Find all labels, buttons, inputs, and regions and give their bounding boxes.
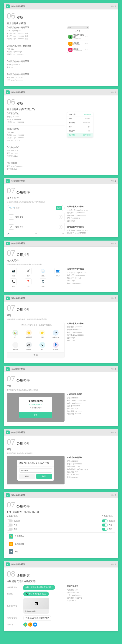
version-07-5: V01.1 bbox=[111, 432, 116, 434]
grid-item-2[interactable]: 📄 文档 bbox=[36, 268, 50, 277]
grid-item-6[interactable]: 🎵 音频 bbox=[36, 278, 50, 288]
toggle-switch-off-1[interactable] bbox=[7, 524, 12, 526]
ui-label-image: 图片消息气泡 bbox=[7, 605, 22, 607]
desc-label-2-4: ④分组标题 bbox=[7, 162, 64, 164]
header-title-07-2: 移动端组件规范 bbox=[11, 242, 25, 245]
section-07-card5: A 移动端组件规范 V01.1 07 公用控件 举题 需要用户输入文本的弹出对话… bbox=[4, 430, 118, 489]
col-left-08: 功能消息气泡 你好！请问有什么可以帮你的吗？ 通话按钮 📞 发起语音Q电话 00… bbox=[7, 585, 64, 628]
action-extra-2[interactable]: ↻ 刷新 bbox=[39, 342, 45, 350]
sub-title-07-3: 举题 bbox=[7, 314, 115, 317]
action-extra-1[interactable]: Aa 调整字体 bbox=[26, 342, 32, 350]
grid-item-3[interactable]: 👥 联系人 bbox=[51, 268, 64, 277]
desc-row-2-3: ③选中态样式 背景: #E8FAF4 文字: #3ECFA0 勾选图标: 12p… bbox=[7, 146, 64, 160]
action-icon-2[interactable]: ⭐ 收藏 bbox=[39, 330, 45, 338]
action-icon-label-1: 收藏到联系 bbox=[26, 336, 32, 338]
grid-item-5[interactable]: 📍 位置 bbox=[22, 278, 35, 288]
toggle-switch-off-0[interactable] bbox=[7, 520, 12, 522]
action-extra-3[interactable]: 👤 查看联系 bbox=[53, 342, 59, 350]
desc-text-2-1c: 分割线: 1px / #EBEBEB bbox=[7, 121, 64, 124]
item-sub-1: 版本更新通知 bbox=[74, 44, 84, 46]
grid-icon-1: 🖼 bbox=[25, 268, 32, 274]
section-header-07-2: A 移动端组件规范 V01.1 bbox=[4, 240, 118, 247]
action-extra-label-1: 调整字体 bbox=[26, 348, 32, 350]
add-control-0[interactable]: ＋ bbox=[59, 215, 62, 219]
sub-desc-07-3: 长按消息弹出的操作菜单，选择不同动作执行对应功能 bbox=[7, 318, 115, 320]
grid-item-0[interactable]: 📷 拍照 bbox=[7, 268, 20, 277]
section-header-08: A 移动端组件规范 V01.1 bbox=[4, 561, 118, 568]
phone-list-item-0: 📱 微信服务号系统通知 系统通知 ·详情 18:30 bbox=[67, 33, 89, 41]
action-extra-0[interactable]: ↔ 更多操作 bbox=[12, 342, 18, 350]
toggle-switch-on-1[interactable] bbox=[102, 524, 108, 526]
desc-row-2-1: ①背景色层次 主背景: #F5F5F5 分组背景: #FFFFFF 分割线: 1… bbox=[7, 112, 64, 126]
section-07-card6: A 移动端组件规范 V01.1 07 公用控件 开关 切换控件，操作反馈示例 关… bbox=[4, 492, 118, 558]
action-cancel[interactable]: 取消 bbox=[7, 352, 64, 358]
title-row-07-6: 07 公用控件 bbox=[7, 501, 115, 509]
section-name-08: 通用图素 bbox=[16, 574, 30, 578]
dialog-item-0[interactable]: 所用书的提词内 ✓ bbox=[21, 404, 50, 406]
action-sheet-icons-row1: 📊 统计 ⭐ 收藏到联系 ⭐ 收藏 ↩ 转发给 bbox=[7, 328, 64, 340]
grid-item-1[interactable]: 🖼 图片 bbox=[22, 268, 35, 277]
header-logo-07-5: A bbox=[6, 430, 10, 434]
title-row-07-2: 07 公用控件 bbox=[7, 249, 115, 257]
search-bar[interactable]: 🔍 🔍 搜索 搜索 bbox=[7, 205, 64, 211]
voice-icon: ⊙ bbox=[9, 224, 14, 230]
input-confirm-btn[interactable]: 取消 bbox=[36, 474, 52, 479]
right-note-0: 公用搜索人文字搜索 占位符文字: 14px/#C7C7CC 输入文字: 14px… bbox=[67, 205, 115, 222]
grid-label-4: 电话 bbox=[12, 286, 15, 288]
dropdown-label-0: 频道 bbox=[69, 118, 72, 120]
dropdown-header-label: 选择分类 bbox=[69, 113, 76, 116]
input-dialog-btns: 确定 取消 bbox=[19, 474, 52, 479]
toggle-label-off-0: 消息通知 bbox=[14, 520, 20, 522]
dropdown-item-1[interactable]: 参考号码 1234567891 > bbox=[67, 121, 93, 125]
control-label-0: 搜索 键盘 bbox=[16, 216, 57, 218]
menu-list-item-0[interactable]: ✏️ 设置显示名 bbox=[7, 532, 115, 540]
col-right-07-3: 公用搜索人文字搜索 菜单背景: #FFFFFF 分割线: 1px/#F0F0F0… bbox=[67, 322, 115, 360]
phone-call-btn[interactable]: 📞 发起语音Q电话 00:22 bbox=[23, 592, 49, 596]
title-row-07-4: 07 公用控件 bbox=[7, 375, 115, 383]
right-note-07-5: 小对话框操作按钮 背景: #FFFFFF 标题: 14px/#999999 输入… bbox=[67, 456, 115, 478]
header-title-08: 移动端组件规范 bbox=[11, 563, 25, 566]
grid-item-4[interactable]: 📞 电话 bbox=[7, 278, 20, 288]
dialog-confirm-btn[interactable]: 链接 bbox=[19, 412, 52, 418]
action-icon-0[interactable]: 📊 统计 bbox=[12, 330, 18, 338]
col-right-07-5: 小对话框操作按钮 背景: #FFFFFF 标题: 14px/#999999 输入… bbox=[67, 456, 115, 486]
input-dialog: 请输入标题名称，最长为5个字符 确定 取消 bbox=[17, 460, 54, 481]
col-right-08: 消息气泡规范 气泡圆角: 10pt 内边距: 8pt 12pt 文字: 14px… bbox=[67, 585, 115, 628]
image-bubble-text: 我是图片有手机 bbox=[23, 609, 49, 614]
ui-label-phone: 通话按钮 bbox=[7, 593, 22, 595]
title-row-07-1: 07 公用控件 bbox=[7, 187, 115, 194]
action-icon-3[interactable]: ↩ 转发给好友 bbox=[52, 330, 59, 338]
desc-text-2-2a: 行高: 44pt bbox=[7, 131, 64, 134]
control-row-1[interactable]: ⊙ 搜索 读选 ＋ bbox=[7, 223, 64, 231]
grid-icon-5: 📍 bbox=[25, 278, 32, 285]
dropdown-item-2[interactable]: 城市 选择 > bbox=[67, 125, 93, 129]
input-dialog-field[interactable] bbox=[19, 468, 52, 472]
action-icon-1[interactable]: ⭐ 收藏到联系 bbox=[26, 330, 32, 338]
menu-list-item-2[interactable]: ◀ 删除 bbox=[7, 548, 115, 555]
search-button[interactable]: 搜索 bbox=[56, 206, 62, 210]
toggle-switch-on-0[interactable] bbox=[102, 520, 108, 522]
dropdown-item-4[interactable]: 工作类型 实习/校招 ▼ bbox=[67, 133, 93, 137]
desc-text-2-2c: 右内容: 14px / #999999 bbox=[7, 136, 64, 139]
ui-label-question: 问题文字气泡 bbox=[7, 617, 22, 619]
add-control-1[interactable]: ＋ bbox=[59, 225, 62, 229]
menu-list-item-1[interactable]: ⭐ 组财发评价 bbox=[7, 540, 115, 548]
input-cancel-btn[interactable]: 确定 bbox=[19, 474, 35, 479]
desc-text-4a: 角标: 16pt / #FF3B30 bbox=[7, 76, 64, 79]
desc-label-3: ③视觉信息完全高亮显示 bbox=[7, 60, 64, 63]
section-header-07-4: A 移动端组件规范 V01.1 bbox=[4, 366, 118, 372]
sub-desc-07-4: 用于需要用户进行选择或确认操作的提示框 bbox=[7, 389, 115, 392]
sub-title: 视觉信息组织模型 bbox=[7, 22, 115, 25]
sub-title-07-2: 输入人组件 bbox=[7, 259, 115, 262]
dropdown-item-3[interactable]: 更新频率 不限 > bbox=[67, 129, 93, 133]
dropdown-item-0[interactable]: 频道 全部频道 > bbox=[67, 117, 93, 121]
two-col-06-2: ①背景色层次 主背景: #F5F5F5 分组背景: #FFFFFF 分割线: 1… bbox=[7, 112, 115, 172]
sub-desc-07-2: 以分组控件来组合当前内容并展示分类选择面板 bbox=[7, 263, 115, 266]
item-time-2: 15:21 bbox=[85, 49, 88, 50]
control-row-0[interactable]: ☰ 搜索 键盘 ＋ bbox=[7, 213, 64, 221]
toggle-switch-on-2[interactable] bbox=[102, 528, 108, 530]
toggle-switch-off-2[interactable] bbox=[7, 528, 12, 530]
dialog-item-1[interactable]: 具有书的公司内 bbox=[21, 406, 50, 409]
section-num-07-1: 07 bbox=[7, 187, 16, 194]
action-icon-circle-0: 📊 bbox=[12, 330, 18, 336]
